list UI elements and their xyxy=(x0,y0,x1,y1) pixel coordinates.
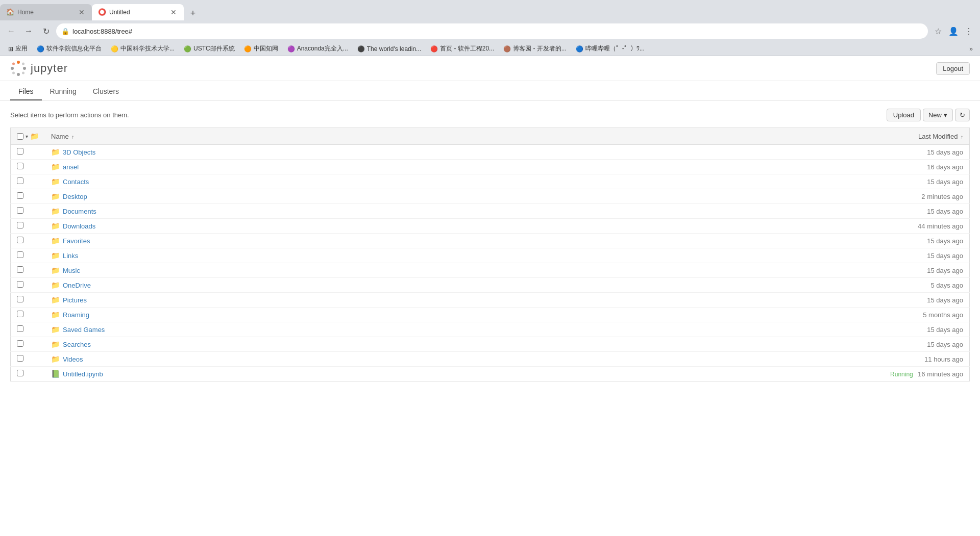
profile-icon[interactable]: 👤 xyxy=(946,24,961,38)
folder-icon: 📁 xyxy=(51,296,60,304)
row-modified-cell: 15 days ago xyxy=(448,174,970,189)
folder-link[interactable]: Searches xyxy=(63,341,91,348)
folder-link[interactable]: ansel xyxy=(63,163,79,171)
reload-button[interactable]: ↻ xyxy=(39,24,53,38)
folder-link[interactable]: 3D Objects xyxy=(63,148,95,156)
row-checkbox[interactable] xyxy=(17,311,23,317)
table-row: 📁Downloads44 minutes ago xyxy=(11,219,970,234)
more-options-icon[interactable]: ⋮ xyxy=(962,24,976,38)
row-checkbox-cell xyxy=(11,174,45,189)
row-checkbox[interactable] xyxy=(17,192,23,199)
row-modified-cell: 2 minutes ago xyxy=(448,189,970,204)
notebook-link[interactable]: Untitled.ipynb xyxy=(63,370,103,378)
cnki-favicon: 🟠 xyxy=(244,45,252,53)
home-tab-close[interactable]: ✕ xyxy=(78,8,86,16)
svg-point-2 xyxy=(11,67,14,70)
row-checkbox[interactable] xyxy=(17,340,23,347)
row-checkbox[interactable] xyxy=(17,370,23,376)
bookmark-cnblogs[interactable]: 🟤 博客园 - 开发者的... xyxy=(499,43,571,54)
folder-link[interactable]: OneDrive xyxy=(63,282,91,289)
untitled-tab-close[interactable]: ✕ xyxy=(169,8,178,16)
row-name-cell: 📁Videos xyxy=(45,352,448,367)
name-sort-arrow: ↑ xyxy=(71,134,74,140)
folder-icon: 📁 xyxy=(51,266,60,274)
folder-link[interactable]: Pictures xyxy=(63,296,87,304)
header-dropdown-arrow[interactable]: ▾ xyxy=(26,134,28,139)
tab-clusters[interactable]: Clusters xyxy=(85,83,127,100)
folder-link[interactable]: Contacts xyxy=(63,178,89,186)
bookmark-bilibili[interactable]: 🔵 哔哩哔哩（゜-゜）ﾜ... xyxy=(572,43,649,54)
folder-icon: 📁 xyxy=(51,311,60,319)
address-text[interactable]: localhost:8888/tree# xyxy=(72,28,132,35)
tab-files[interactable]: Files xyxy=(10,83,42,100)
table-row: 📗Untitled.ipynbRunning 16 minutes ago xyxy=(11,367,970,381)
forward-button[interactable]: → xyxy=(21,24,36,38)
row-modified-cell: 15 days ago xyxy=(448,145,970,160)
row-checkbox[interactable] xyxy=(17,281,23,288)
row-checkbox[interactable] xyxy=(17,251,23,258)
folder-link[interactable]: Roaming xyxy=(63,311,89,319)
refresh-button[interactable]: ↻ xyxy=(955,109,970,121)
bookmark-cnki[interactable]: 🟠 中国知网 xyxy=(240,43,282,54)
row-checkbox[interactable] xyxy=(17,148,23,155)
browser-chrome: 🏠 Home ✕ ⭕ Untitled ✕ + ← → ↻ 🔒 localhos… xyxy=(0,0,980,56)
folder-link[interactable]: Music xyxy=(63,267,80,274)
bookmark-apps[interactable]: ⊞ 应用 xyxy=(4,43,32,54)
bookmark-software-platform[interactable]: 🔵 软件学院信息化平台 xyxy=(33,43,106,54)
folder-link[interactable]: Downloads xyxy=(63,222,95,230)
tab-running[interactable]: Running xyxy=(42,83,85,100)
row-checkbox[interactable] xyxy=(17,163,23,169)
tab-untitled[interactable]: ⭕ Untitled ✕ xyxy=(92,4,184,20)
jupyter-logo-text: jupyter xyxy=(31,62,68,75)
row-checkbox[interactable] xyxy=(17,266,23,273)
logout-button[interactable]: Logout xyxy=(936,62,970,75)
svg-point-5 xyxy=(22,63,24,65)
select-all-checkbox[interactable] xyxy=(17,133,23,140)
name-column-header[interactable]: Name ↑ xyxy=(45,128,448,145)
table-row: 📁Searches15 days ago xyxy=(11,337,970,352)
folder-link[interactable]: Favorites xyxy=(63,237,90,245)
bookmark-anaconda[interactable]: 🟣 Anaconda完全入... xyxy=(283,43,352,54)
svg-point-4 xyxy=(12,63,15,65)
bookmark-star-icon[interactable]: ☆ xyxy=(931,24,945,38)
row-checkbox[interactable] xyxy=(17,296,23,302)
folder-link[interactable]: Videos xyxy=(63,355,83,363)
folder-link[interactable]: Desktop xyxy=(63,193,87,200)
folder-link[interactable]: Saved Games xyxy=(63,326,105,334)
folder-link[interactable]: Links xyxy=(63,252,78,260)
upload-button[interactable]: Upload xyxy=(887,109,921,121)
bookmark-github[interactable]: ⚫ The world's leadin... xyxy=(353,44,425,54)
modified-column-header[interactable]: Last Modified ↑ xyxy=(448,128,970,145)
address-bar-container: 🔒 localhost:8888/tree# xyxy=(56,23,928,39)
row-name-cell: 📁Searches xyxy=(45,337,448,352)
svg-point-1 xyxy=(17,73,20,76)
row-checkbox[interactable] xyxy=(17,325,23,332)
row-checkbox[interactable] xyxy=(17,222,23,228)
table-row: 📁OneDrive5 days ago xyxy=(11,278,970,293)
back-button[interactable]: ← xyxy=(4,24,18,38)
row-checkbox-cell xyxy=(11,337,45,352)
new-button[interactable]: New ▾ xyxy=(923,109,953,121)
software-eng-favicon: 🔴 xyxy=(430,45,438,53)
tab-home[interactable]: 🏠 Home ✕ xyxy=(0,4,92,20)
tab-bar: 🏠 Home ✕ ⭕ Untitled ✕ + xyxy=(0,0,980,20)
folder-icon: 📁 xyxy=(51,222,60,230)
row-checkbox[interactable] xyxy=(17,177,23,184)
bookmark-email[interactable]: 🟢 USTC邮件系统 xyxy=(180,43,239,54)
bookmarks-more-button[interactable]: » xyxy=(966,44,976,54)
select-all-header[interactable]: ▾ 📁 xyxy=(11,128,45,145)
table-row: 📁Desktop2 minutes ago xyxy=(11,189,970,204)
bookmark-software-eng[interactable]: 🔴 首页 - 软件工程20... xyxy=(426,43,498,54)
row-checkbox[interactable] xyxy=(17,355,23,362)
row-checkbox-cell xyxy=(11,219,45,234)
svg-point-0 xyxy=(17,61,20,64)
folder-link[interactable]: Documents xyxy=(63,208,96,215)
row-checkbox[interactable] xyxy=(17,207,23,214)
bookmark-ustc[interactable]: 🟡 中国科学技术大学... xyxy=(107,43,179,54)
row-modified-cell: 15 days ago xyxy=(448,234,970,248)
new-tab-button[interactable]: + xyxy=(186,6,200,20)
row-modified-cell: 44 minutes ago xyxy=(448,219,970,234)
svg-point-3 xyxy=(23,67,26,70)
apps-grid-icon: ⊞ xyxy=(8,45,13,53)
row-checkbox[interactable] xyxy=(17,237,23,243)
